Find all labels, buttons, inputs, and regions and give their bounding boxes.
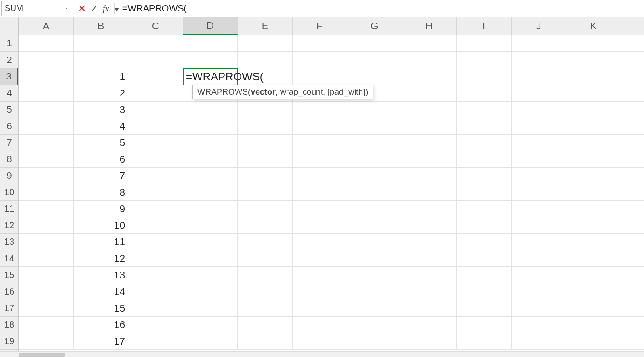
cell-F9[interactable] (293, 168, 347, 184)
cell-E7[interactable] (238, 135, 293, 151)
cell-J16[interactable] (512, 283, 566, 300)
cell-C15[interactable] (128, 267, 183, 283)
cell-H14[interactable] (402, 250, 457, 267)
cell-G5[interactable] (347, 102, 402, 118)
fx-label[interactable]: fx (100, 0, 112, 17)
cell-B5[interactable]: 3 (74, 102, 128, 118)
cell-A7[interactable] (19, 135, 74, 151)
cell-K8[interactable] (566, 151, 621, 168)
cell-B14[interactable]: 12 (74, 250, 128, 267)
cell-J6[interactable] (512, 118, 566, 135)
cell-D2[interactable] (183, 52, 238, 68)
cell-G18[interactable] (347, 317, 402, 333)
cell-A15[interactable] (19, 267, 74, 283)
cell-I12[interactable] (457, 217, 512, 234)
cell-B19[interactable]: 17 (74, 333, 128, 350)
column-header-I[interactable]: I (457, 17, 512, 35)
cell-G6[interactable] (347, 118, 402, 135)
row-header-11[interactable]: 11 (0, 201, 18, 217)
cell-B8[interactable]: 6 (74, 151, 128, 168)
cell-B16[interactable]: 14 (74, 283, 128, 300)
column-header-K[interactable]: K (566, 17, 621, 35)
row-header-19[interactable]: 19 (0, 333, 18, 350)
cell-H1[interactable] (402, 35, 457, 52)
row-header-8[interactable]: 8 (0, 151, 18, 168)
cell-G7[interactable] (347, 135, 402, 151)
enter-formula-button[interactable]: ✓ (88, 0, 100, 17)
cell-F12[interactable] (293, 217, 347, 234)
cell-I15[interactable] (457, 267, 512, 283)
function-args-tooltip[interactable]: WRAPROWS(vector, wrap_count, [pad_with]) (192, 85, 373, 99)
cell-K5[interactable] (566, 102, 621, 118)
row-header-10[interactable]: 10 (0, 184, 18, 201)
cell-D16[interactable] (183, 283, 238, 300)
cell-K14[interactable] (566, 250, 621, 267)
more-options-icon[interactable]: ⋮ (63, 0, 70, 17)
cell-A1[interactable] (19, 35, 74, 52)
cell-D9[interactable] (183, 168, 238, 184)
cell-D13[interactable] (183, 234, 238, 250)
cell-F16[interactable] (293, 283, 347, 300)
cell-C19[interactable] (128, 333, 183, 350)
cell-A11[interactable] (19, 201, 74, 217)
cell-K6[interactable] (566, 118, 621, 135)
cell-H3[interactable] (402, 68, 457, 85)
row-header-14[interactable]: 14 (0, 250, 18, 267)
cell-G15[interactable] (347, 267, 402, 283)
cell-K7[interactable] (566, 135, 621, 151)
cell-H18[interactable] (402, 317, 457, 333)
cell-J2[interactable] (512, 52, 566, 68)
cell-D12[interactable] (183, 217, 238, 234)
cell-H19[interactable] (402, 333, 457, 350)
cell-G11[interactable] (347, 201, 402, 217)
cell-B6[interactable]: 4 (74, 118, 128, 135)
row-header-3[interactable]: 3 (0, 68, 18, 85)
row-header-5[interactable]: 5 (0, 102, 18, 118)
cell-C10[interactable] (128, 184, 183, 201)
cell-H12[interactable] (402, 217, 457, 234)
cell-F18[interactable] (293, 317, 347, 333)
cell-B7[interactable]: 5 (74, 135, 128, 151)
cell-K11[interactable] (566, 201, 621, 217)
cell-D17[interactable] (183, 300, 238, 317)
row-header-18[interactable]: 18 (0, 317, 18, 333)
cell-A9[interactable] (19, 168, 74, 184)
cell-E10[interactable] (238, 184, 293, 201)
cell-I9[interactable] (457, 168, 512, 184)
cell-D14[interactable] (183, 250, 238, 267)
horizontal-scrollbar[interactable] (0, 351, 644, 357)
cell-C8[interactable] (128, 151, 183, 168)
cell-I16[interactable] (457, 283, 512, 300)
cell-I10[interactable] (457, 184, 512, 201)
cell-B3[interactable]: 1 (74, 68, 128, 85)
cell-H9[interactable] (402, 168, 457, 184)
cell-B1[interactable] (74, 35, 128, 52)
cell-G19[interactable] (347, 333, 402, 350)
cell-G1[interactable] (347, 35, 402, 52)
cell-A13[interactable] (19, 234, 74, 250)
cell-K4[interactable] (566, 85, 621, 102)
cell-H13[interactable] (402, 234, 457, 250)
cell-I6[interactable] (457, 118, 512, 135)
cell-C12[interactable] (128, 217, 183, 234)
cell-D1[interactable] (183, 35, 238, 52)
cell-C1[interactable] (128, 35, 183, 52)
cell-I8[interactable] (457, 151, 512, 168)
cell-I1[interactable] (457, 35, 512, 52)
cell-G8[interactable] (347, 151, 402, 168)
cell-G14[interactable] (347, 250, 402, 267)
cell-F2[interactable] (293, 52, 347, 68)
cell-F14[interactable] (293, 250, 347, 267)
cell-I17[interactable] (457, 300, 512, 317)
cell-C17[interactable] (128, 300, 183, 317)
cell-A17[interactable] (19, 300, 74, 317)
cell-I14[interactable] (457, 250, 512, 267)
cell-D3[interactable]: =WRAPROWS( (183, 68, 238, 85)
cell-B11[interactable]: 9 (74, 201, 128, 217)
cell-D5[interactable] (183, 102, 238, 118)
row-header-2[interactable]: 2 (0, 52, 18, 68)
cell-K12[interactable] (566, 217, 621, 234)
cell-D7[interactable] (183, 135, 238, 151)
column-header-H[interactable]: H (402, 17, 457, 35)
cell-J19[interactable] (512, 333, 566, 350)
